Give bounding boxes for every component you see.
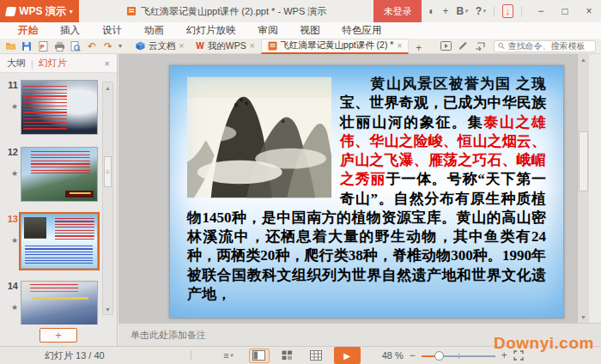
slide-sorter-button[interactable] [277,349,298,363]
tab-slideshow[interactable]: 幻灯片放映 [175,22,247,39]
tab-my-wps[interactable]: W 我的WPS × [190,39,260,54]
wps-logo-label: WPS 演示 [19,4,66,19]
cloud-cube-icon [136,41,145,51]
normal-view-button[interactable] [249,349,270,363]
tab-slides[interactable]: 幻灯片 [39,57,67,70]
open-file-icon[interactable] [4,40,16,52]
redo-icon[interactable]: ↷ [102,40,114,52]
new-tab-button[interactable]: + [409,42,428,54]
member-icon[interactable]: ◐ [428,5,434,17]
scroll-down-icon[interactable]: ▼ [578,312,589,323]
tab-label: 我的WPS [208,40,246,52]
close-panel-icon[interactable]: × [105,58,110,69]
scroll-up-icon[interactable]: ▲ [103,82,112,93]
sidebar-scrollbar[interactable]: ▲ ≡ ▼ [102,82,113,315]
chevron-down-icon: ▾ [464,8,468,15]
scroll-down-icon[interactable]: ▼ [103,304,112,314]
notes-input-area[interactable]: 单击此处添加备注 [118,323,601,346]
save-icon[interactable] [21,40,33,52]
slide-thumbnail-11[interactable] [21,80,98,135]
notes-toggle-button[interactable]: ≡▾ [216,349,241,363]
command-search-box[interactable] [494,40,596,52]
document-title-text: 飞红滴翠记黄山ppt课件 (2).ppt * - WPS 演示 [141,5,326,18]
search-input[interactable] [507,41,592,51]
minimize-button[interactable]: − [529,0,553,22]
chevron-down-icon: ▾ [483,8,486,15]
tab-outline[interactable]: 大纲 [7,57,26,70]
titlebar-icon-group: ◐ + B▾ ?▾ ↓ [422,4,529,18]
slide-thumbnail-12[interactable] [21,147,98,202]
share-arrow-icon[interactable] [475,41,485,51]
ribbon-tab-bar: 开始 插入 设计 动画 幻灯片放映 审阅 视图 特色应用 [0,22,601,39]
reading-view-button[interactable] [306,349,326,363]
download-icon[interactable]: ↓ [502,4,514,18]
slider-handle[interactable] [434,351,444,361]
skin-icon[interactable]: B▾ [456,5,467,17]
title-bar: WPS 演示 ▾ 飞红滴翠记黄山ppt课件 (2).ppt * - WPS 演示… [0,0,601,22]
wps-logo-icon [5,7,16,16]
chevron-down-icon: ▾ [230,352,234,359]
present-window-icon[interactable] [440,41,452,51]
customize-toolbar-icon[interactable]: ▾ [118,42,122,50]
canvas-scrollbar[interactable]: ▲ ▼ [577,54,589,323]
slide-number: 12 [8,147,18,157]
close-tab-icon[interactable]: × [179,41,185,51]
tab-review[interactable]: 审阅 [247,22,289,39]
slider-tick [458,354,459,359]
maximize-button[interactable]: □ [553,0,577,22]
login-button[interactable]: 未登录 [373,0,422,22]
slide-thumbnail-14[interactable] [21,281,98,325]
wps-presentation-window: WPS 演示 ▾ 飞红滴翠记黄山ppt课件 (2).ppt * - WPS 演示… [0,0,601,364]
zoom-out-button[interactable]: − [410,349,416,361]
slide-thumbnail-row: 13 ★ [0,214,117,269]
close-tab-icon[interactable]: × [250,41,255,51]
animation-star-icon[interactable]: ★ [11,236,18,245]
search-icon [498,42,505,50]
slide-13-editor[interactable]: 黄山风景区被誉为国 之瑰宝、世界奇观，已成为中华民族壮丽山河的象征。集泰山之雄伟… [169,65,564,318]
zoom-in-button[interactable]: + [501,349,507,361]
reading-view-icon [310,350,322,361]
wps-logo-button[interactable]: WPS 演示 ▾ [0,0,79,22]
print-icon[interactable] [53,40,65,52]
add-icon[interactable]: + [442,5,448,17]
tab-tool-icons [440,41,485,51]
undo-icon[interactable]: ↶ [86,40,98,52]
tab-cloud-docs[interactable]: 云文档 × [130,39,190,54]
tab-home[interactable]: 开始 [7,22,49,39]
close-tab-icon[interactable]: × [397,41,402,51]
animation-star-icon[interactable]: ★ [11,169,18,178]
print-preview-icon[interactable] [70,40,82,52]
tab-current-document[interactable]: 飞红滴翠记黄山ppt课件 (2) * × [261,39,410,54]
animation-star-icon[interactable]: ★ [11,303,18,312]
slide-sorter-icon [282,350,293,361]
ink-painting-mountain-image[interactable] [187,76,331,198]
slide-canvas: 黄山风景区被誉为国 之瑰宝、世界奇观，已成为中华民族壮丽山河的象征。集泰山之雄伟… [118,54,589,323]
close-button[interactable]: × [577,0,601,22]
slide-panel: 大纲 | 幻灯片 × 11 ★ 12 ★ 13 [0,54,118,346]
scroll-up-icon[interactable]: ▲ [578,54,589,65]
scrollbar-thumb[interactable]: ≡ [104,156,112,187]
tab-animation[interactable]: 动画 [133,22,175,39]
slide-thumbnail-row: 12 ★ [0,147,117,202]
wps-w-icon: W [196,41,203,51]
tools-pen-icon[interactable] [458,41,468,51]
add-slide-button[interactable]: + [39,328,77,343]
slide-counter: 幻灯片 13 / 40 [45,349,105,362]
slide-thumbnail-list: 11 ★ 12 ★ 13 ★ 14 [0,73,117,325]
ppt-file-icon [126,6,137,16]
slide-thumbnail-13-selected[interactable] [21,214,98,269]
zoom-slider[interactable] [422,351,495,361]
tab-insert[interactable]: 插入 [49,22,91,39]
document-tab-strip: 云文档 × W 我的WPS × 飞红滴翠记黄山ppt课件 (2) * × + [130,39,428,54]
tab-view[interactable]: 视图 [289,22,331,39]
help-icon[interactable]: ?▾ [476,5,486,17]
scrollbar-thumb[interactable] [579,131,588,191]
fit-to-window-icon[interactable] [513,350,524,361]
tab-design[interactable]: 设计 [91,22,133,39]
export-pdf-icon[interactable]: P [37,40,49,52]
tab-label: 飞红滴翠记黄山ppt课件 (2) * [281,39,394,52]
animation-star-icon[interactable]: ★ [11,102,18,111]
play-slideshow-button[interactable]: ▶ [334,347,361,364]
svg-text:P: P [40,44,45,50]
tab-special-features[interactable]: 特色应用 [331,22,393,39]
